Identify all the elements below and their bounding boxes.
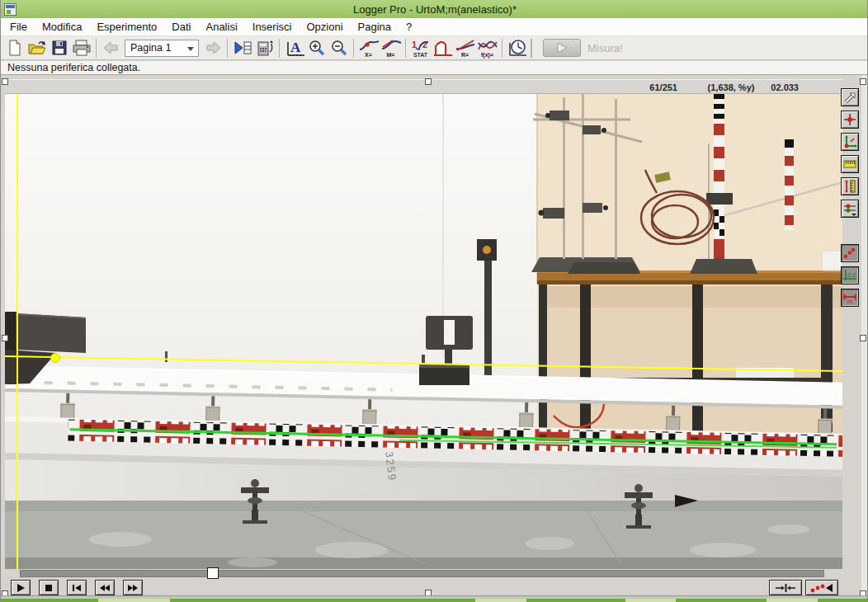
select-tool-button[interactable] [841, 88, 859, 106]
taskbar [1, 599, 868, 602]
menu-item[interactable]: Pagina [351, 19, 399, 35]
examine-button[interactable]: X= [357, 37, 380, 59]
toolbar-separator [353, 39, 354, 58]
linear-fit-label: R= [461, 52, 469, 58]
trails-icon [842, 246, 857, 261]
data-collection-button[interactable] [506, 37, 528, 59]
stop-button[interactable] [39, 580, 59, 595]
menu-item[interactable]: Modifica [35, 19, 89, 35]
statistics-button[interactable]: 1 2 STAT [409, 37, 432, 59]
menu-item[interactable]: File [2, 19, 35, 35]
chevron-down-icon [187, 47, 194, 51]
menu-item[interactable]: Dati [164, 19, 198, 35]
selection-handle-mid-right[interactable] [860, 335, 866, 341]
statistics-label: STAT [413, 52, 427, 58]
rewind-icon [98, 583, 111, 593]
collect-to-table-button[interactable] [231, 37, 253, 59]
menu-item[interactable]: Opzioni [299, 19, 350, 35]
status-bar: Nessuna periferica collegata. [1, 61, 868, 75]
clock-icon [507, 38, 528, 58]
selection-handle-top-left[interactable] [2, 78, 8, 85]
zoom-in-icon [307, 39, 327, 57]
svg-text:A: A [290, 40, 301, 55]
cursor-readout: (1,638, %y) [698, 82, 764, 92]
stop-icon [42, 583, 55, 593]
taskbar-item[interactable] [475, 599, 526, 602]
print-button[interactable] [70, 37, 92, 59]
go-to-start-button[interactable] [67, 580, 87, 595]
select-point-icon [842, 201, 857, 216]
collect-button[interactable] [543, 39, 581, 57]
linear-fit-icon [455, 39, 476, 52]
selection-handle-top-center[interactable] [425, 78, 432, 85]
toolbar-separator [405, 39, 406, 58]
integral-button[interactable] [432, 37, 454, 59]
movie-position-slider[interactable] [20, 570, 824, 577]
tangent-button[interactable]: M= [380, 37, 402, 59]
page-selector[interactable]: Pagina 1 [125, 40, 199, 57]
photo-distance-icon [842, 179, 857, 194]
taskbar-item[interactable] [625, 599, 676, 602]
time-readout: 02.033 [764, 82, 799, 92]
origin-point [51, 354, 60, 363]
calculator-button[interactable] [253, 37, 276, 59]
previous-page-button[interactable] [100, 37, 122, 59]
trail-back-icon [809, 582, 835, 594]
previous-point-button[interactable] [805, 580, 838, 595]
video-analysis-canvas[interactable]: 3259 [5, 94, 842, 569]
autoscale-icon: A [284, 38, 305, 58]
status-message: Nessuna periferica collegata. [7, 62, 140, 73]
selection-handle-top-right[interactable] [860, 78, 866, 85]
zoom-in-button[interactable] [305, 37, 328, 59]
linear-fit-button[interactable]: R= [454, 37, 476, 59]
show-origin-button[interactable]: 0.0 [841, 266, 859, 285]
taskbar-item[interactable] [767, 599, 818, 602]
show-scale-icon: m [842, 290, 857, 305]
toolbar-separator [531, 39, 531, 58]
select-point-button[interactable] [841, 200, 859, 218]
workspace: 61/251 (1,638, %y) 02.033 [1, 75, 868, 596]
curve-fit-label: f(x)= [481, 52, 493, 58]
movie-header: 61/251 (1,638, %y) 02.033 [5, 79, 842, 94]
save-button[interactable] [48, 37, 70, 59]
svg-text:m: m [847, 299, 852, 304]
step-back-button[interactable] [95, 580, 115, 595]
menu-item[interactable]: Esperimento [89, 19, 164, 35]
play-icon [554, 42, 569, 54]
set-origin-button[interactable] [841, 133, 859, 151]
new-file-button[interactable] [3, 37, 26, 59]
set-origin-icon [842, 134, 857, 149]
taskbar-item[interactable] [98, 599, 170, 602]
photo-distance-button[interactable] [841, 177, 859, 195]
show-scale-button[interactable]: m [841, 289, 859, 307]
menu-item[interactable]: Inserisci [245, 19, 300, 35]
next-page-button[interactable] [201, 37, 224, 59]
autoscale-button[interactable]: A [283, 37, 305, 59]
add-point-button[interactable] [841, 111, 859, 129]
open-file-button[interactable] [26, 37, 48, 59]
add-point-icon [842, 112, 857, 127]
integral-icon [432, 38, 454, 58]
skip-start-icon [70, 583, 83, 593]
set-scale-button[interactable] [841, 155, 859, 173]
logger-pro-window: Logger Pro - UrtoM;m(anelastico)* FileMo… [0, 0, 868, 602]
selection-handle-mid-left[interactable] [2, 335, 8, 341]
save-floppy-icon [50, 39, 68, 57]
forward-arrow-icon [203, 39, 223, 57]
play-icon [14, 583, 27, 593]
toolbar-separator [96, 39, 97, 58]
window-title: Logger Pro - UrtoM;m(anelastico)* [1, 3, 868, 16]
survey-rod-2 [785, 139, 794, 230]
movie-position-thumb[interactable] [207, 567, 219, 579]
curve-fit-icon [477, 39, 498, 52]
zoom-out-button[interactable] [328, 37, 350, 59]
toggle-trails-button[interactable] [841, 244, 859, 262]
curve-fit-button[interactable]: f(x)= [476, 37, 498, 59]
menu-item[interactable]: Analisi [198, 19, 244, 35]
toolbar-separator [227, 39, 228, 58]
menu-item[interactable]: ? [399, 19, 419, 35]
sync-frame-button[interactable] [769, 580, 802, 595]
video-scene: 3259 [5, 94, 842, 569]
step-forward-button[interactable] [123, 580, 143, 595]
play-button[interactable] [11, 580, 31, 595]
